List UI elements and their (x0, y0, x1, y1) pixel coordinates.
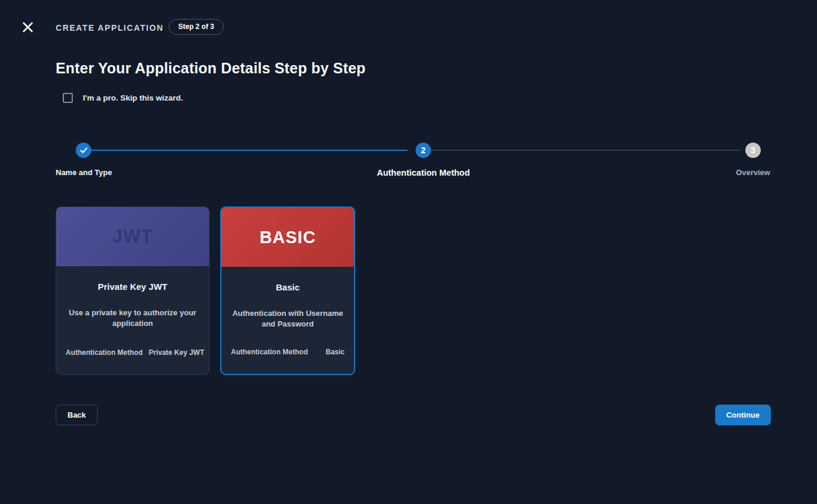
check-icon (80, 147, 88, 154)
basic-card-meta-value: Basic (326, 348, 345, 356)
basic-card-meta-label: Authentication Method (231, 348, 308, 356)
auth-method-card-basic[interactable]: BASIC Basic Authentication with Username… (220, 206, 355, 375)
jwt-card-meta: Authentication Method Private Key JWT (66, 348, 200, 357)
basic-card-description: Authentication with Username and Passwor… (231, 308, 345, 329)
auth-method-card-list: JWT Private Key JWT Use a private key to… (56, 206, 355, 375)
basic-card-meta: Authentication Method Basic (231, 348, 345, 356)
step-connector-1-2 (91, 150, 408, 151)
wizard-stepper: 2 3 Name and Type Authentication Method … (56, 143, 771, 184)
close-icon (22, 22, 33, 33)
jwt-card-meta-value: Private Key JWT (149, 348, 204, 357)
auth-method-card-private-key-jwt[interactable]: JWT Private Key JWT Use a private key to… (56, 206, 210, 375)
step-3-label: Overview (736, 168, 770, 177)
step-connector-2-3 (431, 150, 741, 151)
jwt-card-body: Private Key JWT Use a private key to aut… (56, 266, 209, 374)
page-title: Enter Your Application Details Step by S… (56, 60, 366, 77)
skip-wizard-row[interactable]: I'm a pro. Skip this wizard. (63, 93, 183, 103)
skip-wizard-label: I'm a pro. Skip this wizard. (83, 93, 183, 102)
jwt-card-title: Private Key JWT (98, 282, 168, 292)
step-1-label: Name and Type (56, 168, 112, 177)
jwt-card-banner: JWT (56, 207, 209, 266)
basic-card-title: Basic (276, 282, 300, 292)
skip-wizard-checkbox[interactable] (63, 93, 73, 103)
jwt-card-meta-label: Authentication Method (66, 348, 143, 357)
step-2-label: Authentication Method (377, 168, 469, 177)
continue-button[interactable]: Continue (715, 405, 771, 425)
step-3-indicator: 3 (745, 143, 761, 158)
app-title: CREATE APPLICATION (56, 23, 164, 33)
basic-card-banner: BASIC (221, 208, 354, 267)
close-button[interactable] (21, 21, 34, 34)
step-2-indicator[interactable]: 2 (416, 143, 431, 158)
step-1-indicator[interactable] (76, 143, 91, 158)
step-badge: Step 2 of 3 (169, 19, 224, 35)
back-button[interactable]: Back (56, 405, 98, 425)
basic-card-body: Basic Authentication with Username and P… (221, 267, 354, 374)
jwt-card-description: Use a private key to authorize your appl… (66, 308, 200, 328)
